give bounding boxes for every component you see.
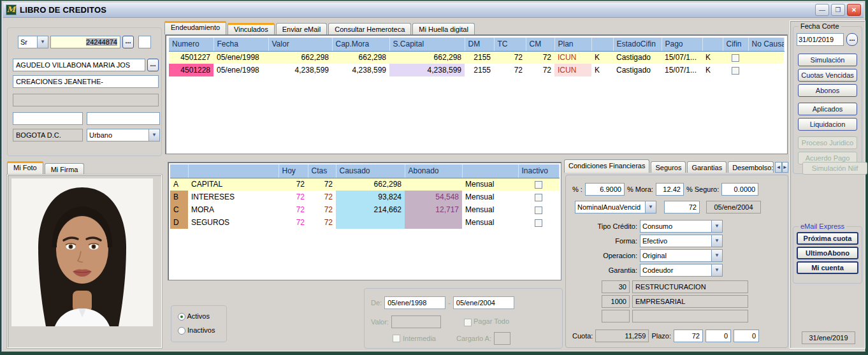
document-field[interactable]: 24244874 (50, 36, 120, 48)
chevron-down-icon[interactable]: ▼ (148, 129, 159, 141)
tab-scroll-left-icon[interactable]: ◄ (775, 162, 781, 173)
col-valor[interactable]: Valor (268, 38, 332, 51)
liquidacion-button[interactable]: Liquidacion (798, 118, 857, 131)
tab-enviar-email[interactable]: Enviar eMail (276, 23, 328, 34)
col-fecha[interactable]: Fecha (213, 38, 268, 51)
cell-concept: INTERESES (188, 191, 278, 203)
col-causado[interactable]: Causado (336, 164, 405, 178)
col-estado-cifin[interactable]: EstadoCifin (613, 38, 662, 51)
col-pago[interactable]: Pago (662, 38, 702, 51)
concept-row-capital[interactable]: A CAPITAL 72 72 662,298 Mensual (170, 178, 559, 191)
pct-field[interactable]: 6.9000 (585, 183, 625, 196)
col-ctas[interactable]: Ctas (308, 164, 336, 178)
forma-combo[interactable]: Efectivo ▼ (640, 235, 723, 247)
col-numero[interactable]: Numero (169, 38, 213, 51)
operacion-combo[interactable]: Original ▼ (640, 249, 723, 262)
tab-vinculados[interactable]: Vinculados (228, 23, 275, 34)
cell-valor: 4,238,599 (268, 64, 332, 76)
plazo3-field[interactable]: 0 (734, 330, 759, 342)
seguro-field[interactable]: 0.0000 (721, 183, 758, 196)
col-blank-2 (702, 38, 723, 51)
radio-inactivos-icon[interactable] (178, 327, 185, 335)
tab-endeudamiento[interactable]: Endeudamiento (164, 21, 226, 34)
tab-mi-firma[interactable]: Mi Firma (45, 163, 85, 175)
radio-activos-icon[interactable] (178, 313, 185, 321)
col-s-capital[interactable]: S.Capital (389, 38, 465, 51)
concept-row-intereses[interactable]: B INTERESES 72 72 93,824 54,548 Mensual (170, 191, 559, 203)
salutation-combo[interactable]: Sr ▼ (18, 36, 48, 48)
plazo-field[interactable]: 72 (674, 330, 703, 342)
chevron-down-icon[interactable]: ▼ (711, 235, 722, 247)
col-hoy[interactable]: Hoy (278, 164, 308, 178)
phone2-field[interactable] (87, 112, 160, 125)
concept-row-mora[interactable]: C MORA 72 72 214,662 12,717 Mensual (170, 203, 559, 216)
tab-scroll-right-icon[interactable]: ► (782, 162, 788, 173)
mora-field[interactable]: 12.42 (656, 183, 684, 196)
col-inactivo[interactable]: Inactivo (518, 164, 559, 178)
proxima-cuota-button[interactable]: Próxima cuota (797, 232, 858, 245)
inactivo-checkbox[interactable] (535, 181, 542, 189)
mi-cuenta-button[interactable]: Mi cuenta (797, 261, 858, 274)
tab-mi-huella-digital[interactable]: Mi Huella digital (412, 23, 475, 34)
photo-panel (7, 175, 162, 348)
aplicados-button[interactable]: Aplicados (798, 103, 857, 115)
date-from-field[interactable]: 05/ene/1998 (384, 296, 445, 309)
close-button[interactable]: ✕ (847, 4, 861, 16)
simulacion-niif-button: Simulación Niif (802, 162, 867, 175)
date-to-field[interactable]: 05/ene/2004 (453, 296, 514, 309)
zone-combo[interactable]: Urbano ▼ (87, 129, 160, 141)
inactivo-checkbox[interactable] (535, 219, 542, 227)
document-check-field[interactable] (138, 36, 151, 48)
periods-field[interactable]: 72 (664, 201, 700, 214)
col-cifin[interactable]: Cifin (723, 38, 748, 51)
phone-field[interactable] (13, 112, 83, 125)
tab-consultar-hemeroteca[interactable]: Consultar Hemeroteca (328, 23, 411, 34)
minimize-button[interactable]: — (815, 4, 829, 16)
tab-garantias[interactable]: Garantias (687, 161, 727, 173)
name-lookup-button[interactable]: ... (147, 59, 159, 71)
simulacion-button[interactable]: Simulación (798, 54, 857, 66)
tab-mi-foto[interactable]: Mi Foto (7, 161, 43, 175)
tab-desembolso[interactable]: Desembolso: (728, 161, 774, 173)
inactivo-checkbox[interactable] (535, 206, 542, 214)
fecha-corte-picker-button[interactable]: ... (846, 33, 858, 46)
chevron-down-icon[interactable]: ▼ (711, 264, 722, 276)
cell-causado: 662,298 (336, 178, 405, 191)
col-plan[interactable]: Plan (554, 38, 591, 51)
fecha-corte-field[interactable]: 31/01/2019 (797, 33, 844, 46)
valor-label: Valor: (371, 318, 389, 326)
chevron-down-icon[interactable]: ▼ (645, 201, 656, 213)
document-lookup-button[interactable]: ... (122, 36, 134, 48)
cifin-checkbox[interactable] (732, 67, 739, 75)
col-abonado[interactable]: Abonado (405, 164, 462, 178)
cuotas-vencidas-button[interactable]: Cuotas Vencidas (798, 69, 857, 82)
conditions-panel: % : 6.9000 % Mora: 12.42 % Seguro: 0.000… (565, 175, 788, 348)
tipo-credito-combo[interactable]: Consumo ▼ (640, 220, 723, 233)
garantia-combo[interactable]: Codeudor ▼ (640, 264, 723, 277)
cifin-checkbox[interactable] (732, 54, 739, 62)
radio-inactivos[interactable]: Inactivos (178, 326, 215, 335)
col-dm[interactable]: DM (465, 38, 494, 51)
chevron-down-icon[interactable]: ▼ (711, 221, 722, 232)
rate-type-combo[interactable]: NominalAnuaVencid ▼ (575, 201, 656, 214)
inactivo-checkbox[interactable] (535, 194, 542, 201)
credit-row-1[interactable]: 4501227 05/ene/1998 662,298 662,298 662,… (169, 51, 784, 64)
chevron-down-icon[interactable]: ▼ (711, 250, 722, 261)
col-no-causado[interactable]: No Causado (748, 38, 784, 51)
business-field[interactable]: CREACIONES JEANETHE- (13, 75, 159, 88)
col-cap-mora[interactable]: Cap.Mora (332, 38, 389, 51)
radio-activos[interactable]: Activos (178, 312, 210, 321)
cell-estado: Castigado (613, 64, 662, 76)
credit-row-2[interactable]: 4501228 05/ene/1998 4,238,599 4,238,599 … (169, 64, 784, 76)
col-cm[interactable]: CM (526, 38, 554, 51)
col-tc[interactable]: TC (494, 38, 526, 51)
abonos-button[interactable]: Abonos (798, 84, 857, 97)
tab-seguros[interactable]: Seguros (651, 161, 686, 173)
tab-condiciones-financieras[interactable]: Condiciones Financieras (564, 159, 649, 173)
concept-row-seguros[interactable]: D SEGUROS 72 72 Mensual (170, 216, 559, 229)
plazo2-field[interactable]: 0 (705, 330, 731, 342)
name-field[interactable]: AGUDELO VILLABONA MARIA JOS (13, 59, 145, 71)
chevron-down-icon[interactable]: ▼ (37, 36, 48, 48)
ultimo-abono-button[interactable]: UltimoAbono (797, 247, 858, 259)
maximize-button[interactable]: ❒ (831, 4, 845, 16)
